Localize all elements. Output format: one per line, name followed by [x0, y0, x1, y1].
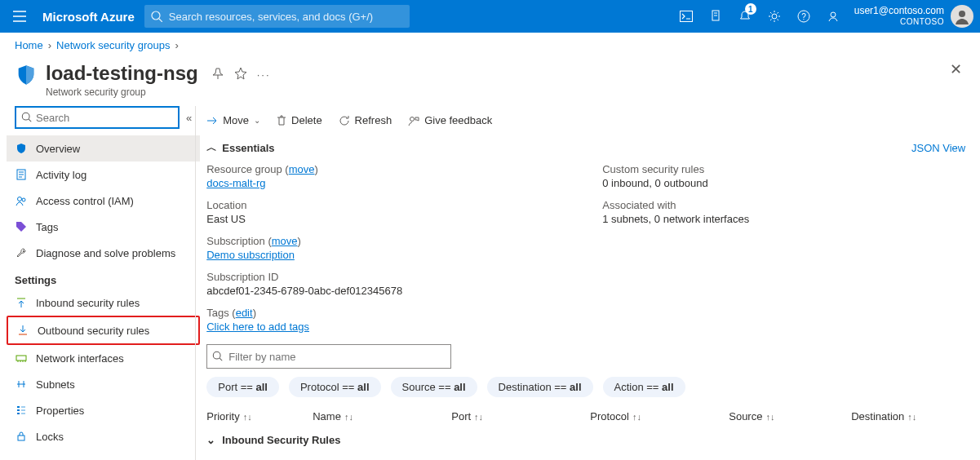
account-info[interactable]: user1@contoso.com CONTOSO: [854, 6, 944, 26]
sidebar-item-inbound-rules[interactable]: Inbound security rules: [7, 290, 200, 316]
rg-label: Resource group: [206, 163, 282, 175]
sidebar-item-label: Subnets: [36, 378, 75, 391]
pill-destination[interactable]: Destination == all: [487, 377, 593, 397]
close-icon[interactable]: ✕: [950, 60, 962, 78]
breadcrumb-nsg[interactable]: Network security groups: [56, 39, 170, 51]
sidebar-item-overview[interactable]: Overview: [7, 135, 200, 161]
global-search[interactable]: Search resources, services, and docs (G+…: [144, 5, 410, 28]
svg-point-7: [831, 12, 836, 17]
account-tenant: CONTOSO: [900, 17, 944, 27]
col-protocol[interactable]: Protocol↑↓: [590, 410, 729, 422]
log-icon: [15, 168, 28, 181]
svg-text:?: ?: [801, 12, 806, 21]
collapse-sidebar-icon[interactable]: «: [186, 112, 192, 124]
brand[interactable]: Microsoft Azure: [42, 10, 135, 24]
global-search-placeholder: Search resources, services, and docs (G+…: [169, 11, 373, 23]
move-button[interactable]: Move ⌄: [206, 114, 260, 126]
trash-icon: [277, 115, 286, 126]
outbound-icon: [16, 324, 29, 337]
col-priority[interactable]: Priority↑↓: [206, 410, 313, 422]
main-content: Move ⌄ Delete Refresh Give feedback ︿ Es…: [200, 106, 980, 460]
search-icon: [151, 11, 162, 22]
more-icon[interactable]: ···: [257, 69, 271, 81]
essentials-label: Essentials: [222, 142, 274, 154]
delete-label: Delete: [291, 114, 322, 126]
sidebar-item-label: Tags: [36, 221, 58, 233]
sidebar-item-outbound-rules[interactable]: Outbound security rules: [8, 317, 198, 343]
json-view-link[interactable]: JSON View: [911, 142, 965, 154]
subscription-move-link[interactable]: move: [272, 235, 298, 247]
tags-label: Tags: [206, 307, 228, 319]
custom-rules-label: Custom security rules: [602, 163, 965, 175]
sort-icon: ↑↓: [765, 412, 774, 422]
sort-icon: ↑↓: [344, 412, 353, 422]
hamburger-icon[interactable]: [7, 3, 33, 29]
tag-icon: [15, 220, 28, 233]
nic-icon: [15, 352, 28, 365]
sidebar-search-input[interactable]: [15, 106, 180, 129]
shield-icon: [15, 64, 38, 86]
chevron-down-icon: ⌄: [206, 434, 215, 446]
subnet-icon: [15, 378, 28, 391]
col-destination[interactable]: Destination↑↓: [851, 410, 965, 422]
feedback-icon[interactable]: [818, 0, 848, 33]
filter-by-name-input[interactable]: [206, 344, 451, 369]
associated-value: 1 subnets, 0 network interfaces: [602, 213, 965, 225]
rg-value-link[interactable]: docs-malt-rg: [206, 177, 265, 189]
refresh-button[interactable]: Refresh: [339, 114, 392, 126]
rg-move-link[interactable]: move: [289, 163, 315, 175]
sidebar-item-properties[interactable]: Properties: [7, 397, 200, 423]
svg-point-4: [772, 14, 777, 19]
sidebar-item-tags[interactable]: Tags: [7, 214, 200, 240]
properties-icon: [15, 404, 28, 417]
vertical-divider: [195, 106, 196, 460]
sidebar-item-label: Activity log: [36, 169, 86, 181]
directory-filter-icon[interactable]: [701, 0, 730, 33]
pin-icon[interactable]: [211, 67, 224, 82]
feedback-button[interactable]: Give feedback: [408, 114, 492, 126]
arrow-right-icon: [206, 116, 218, 126]
col-port[interactable]: Port↑↓: [451, 410, 590, 422]
tags-edit-link[interactable]: edit: [236, 307, 253, 319]
sidebar-item-locks[interactable]: Locks: [7, 423, 200, 449]
sidebar-item-label: Outbound security rules: [38, 325, 149, 337]
sidebar-item-activity-log[interactable]: Activity log: [7, 161, 200, 188]
avatar[interactable]: [951, 5, 973, 28]
breadcrumb: Home › Network security groups ›: [0, 33, 980, 57]
sidebar-item-label: Access control (IAM): [36, 195, 134, 207]
pill-source[interactable]: Source == all: [391, 377, 477, 397]
pill-port[interactable]: Port == all: [206, 377, 279, 397]
pill-action[interactable]: Action == all: [603, 377, 685, 397]
delete-button[interactable]: Delete: [277, 114, 322, 126]
sidebar-item-diagnose[interactable]: Diagnose and solve problems: [7, 240, 200, 266]
sidebar-item-network-interfaces[interactable]: Network interfaces: [7, 345, 200, 371]
tags-add-link[interactable]: Click here to add tags: [206, 321, 309, 333]
location-value: East US: [206, 213, 570, 225]
subscription-id-label: Subscription ID: [206, 271, 570, 283]
cloud-shell-icon[interactable]: [672, 0, 701, 33]
custom-rules-value: 0 inbound, 0 outbound: [602, 177, 965, 189]
subscription-value-link[interactable]: Demo subscription: [206, 249, 295, 261]
svg-rect-16: [18, 436, 24, 440]
chevron-right-icon: ›: [175, 39, 178, 51]
pill-protocol[interactable]: Protocol == all: [289, 377, 381, 397]
sidebar-item-iam[interactable]: Access control (IAM): [7, 188, 200, 214]
resource-type-label: Network security group: [46, 86, 198, 98]
svg-point-8: [959, 11, 965, 17]
col-source[interactable]: Source↑↓: [729, 410, 851, 422]
notifications-icon[interactable]: 1: [730, 0, 760, 33]
breadcrumb-home[interactable]: Home: [15, 39, 43, 51]
sidebar-item-label: Diagnose and solve problems: [36, 247, 175, 259]
settings-gear-icon[interactable]: [760, 0, 789, 33]
location-label: Location: [206, 199, 570, 211]
page-title: load-testing-nsg: [46, 62, 198, 85]
group-inbound-rules[interactable]: ⌄ Inbound Security Rules: [206, 434, 965, 446]
sort-icon: ↑↓: [907, 412, 916, 422]
help-icon[interactable]: ?: [789, 0, 818, 33]
sidebar-item-subnets[interactable]: Subnets: [7, 371, 200, 397]
star-icon[interactable]: [234, 67, 247, 82]
essentials-toggle[interactable]: ︿ Essentials: [206, 140, 274, 155]
col-name[interactable]: Name↑↓: [313, 410, 451, 422]
sidebar-item-label: Overview: [36, 143, 80, 155]
inbound-icon: [15, 296, 28, 309]
